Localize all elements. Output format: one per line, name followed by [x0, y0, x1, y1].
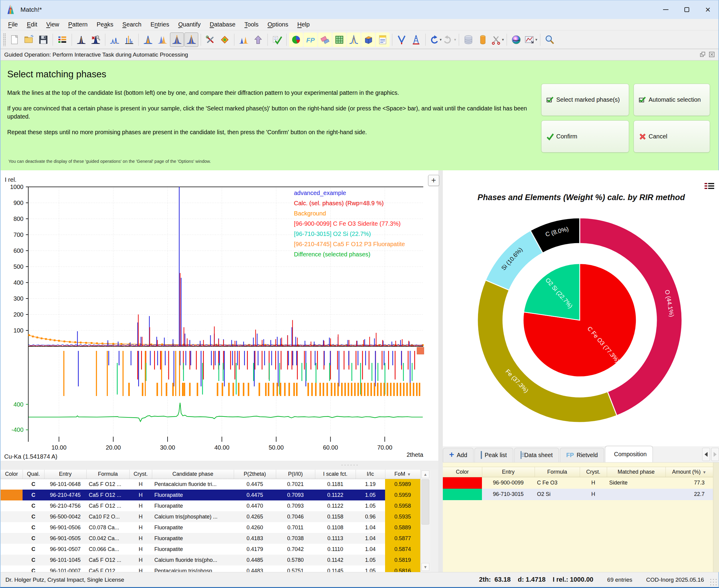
profile-fit-icon[interactable]	[347, 33, 361, 47]
phase-column-header-formula[interactable]: Formula	[534, 467, 580, 477]
automatic-selection-button[interactable]: Automatic selection	[634, 84, 710, 116]
menu-tools[interactable]: Tools	[240, 20, 263, 29]
tab-scroll-right-icon[interactable]	[711, 448, 719, 461]
column-header-p-i-i0-[interactable]: P(I/I0)	[276, 470, 315, 479]
menu-edit[interactable]: Edit	[22, 20, 42, 29]
candidate-row[interactable]: C96-210-4756Ca5 F O12 ...HFluorapatite0.…	[1, 500, 420, 511]
menu-view[interactable]: View	[42, 20, 64, 29]
search-match-icon[interactable]	[218, 33, 232, 47]
close-button[interactable]: ×	[697, 0, 718, 19]
column-header-qual-[interactable]: Qual.	[23, 470, 44, 479]
candidate-row[interactable]: C96-500-0042Ca10 F2 O...HCalcium tris(ph…	[1, 511, 420, 522]
peak-bars-icon[interactable]	[122, 33, 136, 47]
new-file-icon[interactable]	[7, 33, 21, 47]
quantify-pie-icon[interactable]	[289, 33, 303, 47]
column-header-fom[interactable]: FoM▼	[385, 470, 420, 479]
fp-rietveld-icon[interactable]: FP	[303, 33, 317, 47]
menu-search[interactable]: Search	[118, 20, 146, 29]
scroll-down-icon[interactable]: ▼	[421, 563, 429, 571]
phase-column-header-amount-[interactable]: Amount (%)▼	[665, 467, 713, 477]
candidate-row[interactable]: C96-101-1045Ca5 F O12 ...HCalcium fluori…	[1, 554, 420, 565]
tab-data-sheet[interactable]: Data sheet	[514, 448, 559, 462]
eraser-icon[interactable]	[318, 33, 332, 47]
search-match-options-icon[interactable]	[203, 33, 217, 47]
tab-peak-list[interactable]: Peak list	[474, 448, 513, 462]
selected-phase-row[interactable]: 96-710-3015O2 SiH22.7	[443, 489, 713, 500]
peak-search-icon[interactable]	[74, 33, 88, 47]
menu-help[interactable]: Help	[293, 20, 314, 29]
candidate-row[interactable]: C96-901-0505C0.042 Ca...HFluorapatite0.4…	[1, 533, 420, 544]
import-db-icon[interactable]	[476, 33, 490, 47]
candidate-row[interactable]: C96-101-0007Ca5 F O12 ...HPentacalcium t…	[1, 565, 420, 572]
compare-pattern2-icon[interactable]	[185, 33, 198, 47]
undo-icon[interactable]: ▾	[428, 33, 442, 47]
candidate-row[interactable]: C96-901-0506C0.078 Ca...HFluorapatite0.4…	[1, 522, 420, 533]
phase-scrollbar[interactable]	[713, 463, 719, 572]
unit-cell-icon[interactable]	[333, 33, 346, 47]
phase-column-header-entry[interactable]: Entry	[482, 467, 534, 477]
report-icon[interactable]	[376, 33, 389, 47]
graphics-options-icon[interactable]: ▾	[524, 33, 537, 47]
column-header-formula[interactable]: Formula	[86, 470, 129, 479]
column-header-i-scale-fct-[interactable]: I scale fct.	[315, 470, 356, 479]
selected-phase-row[interactable]: 96-900-0099C Fe O3HSiderite77.3	[443, 477, 713, 489]
db-tools-icon[interactable]: ▾	[490, 33, 504, 47]
tab-add[interactable]: +Add	[443, 448, 473, 462]
peak-profile-icon[interactable]	[141, 33, 155, 47]
float-panel-icon[interactable]	[699, 51, 706, 58]
candidate-scrollbar[interactable]: ▲ ▼	[420, 470, 430, 572]
vertical-splitter[interactable]	[438, 170, 443, 572]
maximize-button[interactable]	[676, 0, 697, 19]
column-header-color[interactable]: Color	[1, 470, 23, 479]
minimize-button[interactable]	[655, 0, 676, 19]
menu-pattern[interactable]: Pattern	[64, 20, 92, 29]
crystal-box-icon[interactable]	[361, 33, 375, 47]
color-sphere-icon[interactable]	[509, 33, 523, 47]
menu-entries[interactable]: Entries	[146, 20, 174, 29]
open-file-icon[interactable]	[22, 33, 36, 47]
menu-options[interactable]: Options	[263, 20, 293, 29]
phase-column-header-color[interactable]: Color	[443, 467, 482, 477]
tab-composition[interactable]: Composition	[605, 446, 653, 462]
column-header-p-2theta-[interactable]: P(2theta)	[234, 470, 276, 479]
column-header-candidate-phase[interactable]: Candidate phase	[152, 470, 234, 479]
phase-column-header-cryst-[interactable]: Cryst.	[580, 467, 607, 477]
entry-list-icon[interactable]	[55, 33, 69, 47]
menu-file[interactable]: File	[4, 20, 22, 29]
peak-group-icon[interactable]	[237, 33, 251, 47]
candidate-row[interactable]: C96-210-4745Ca5 F O12 ...HFluorapatite0.…	[1, 489, 420, 500]
rietveld-tower-icon[interactable]	[409, 33, 423, 47]
zoom-in-button[interactable]: +	[428, 175, 439, 186]
zoom-search-icon[interactable]	[543, 33, 556, 47]
candidate-row[interactable]: C96-901-0507C0.066 Ca...HFluorapatite0.4…	[1, 544, 420, 554]
menu-quantify[interactable]: Quantify	[174, 20, 205, 29]
menu-database[interactable]: Database	[205, 20, 240, 29]
resize-grip[interactable]	[710, 578, 717, 586]
peak-search-options-icon[interactable]	[89, 33, 103, 47]
promote-arrow-icon[interactable]	[251, 33, 265, 47]
save-icon[interactable]	[36, 33, 50, 47]
confirm-button[interactable]: Confirm	[541, 120, 629, 152]
toolbar-grip[interactable]	[3, 33, 6, 46]
scrollbar-thumb[interactable]	[421, 479, 429, 525]
funnel-icon[interactable]	[395, 33, 408, 47]
candidate-row[interactable]: C96-101-0648Ca5 F O12 ...HPentacalcium f…	[1, 479, 420, 489]
tab-scroll-left-icon[interactable]	[702, 448, 710, 461]
column-header-entry[interactable]: Entry	[44, 470, 86, 479]
redo-icon[interactable]: ▾	[443, 33, 457, 47]
select-marked-phases-button[interactable]: Select marked phase(s)	[541, 84, 629, 116]
cancel-button[interactable]: Cancel	[634, 120, 710, 152]
phase-column-header-matched-phase[interactable]: Matched phase	[607, 467, 665, 477]
compare-pattern-icon[interactable]	[170, 33, 184, 47]
scroll-up-icon[interactable]: ▲	[421, 470, 429, 478]
column-header-i-ic[interactable]: I/Ic	[356, 470, 385, 479]
horizontal-splitter[interactable]	[1, 461, 438, 470]
column-header-cryst-[interactable]: Cryst.	[129, 470, 152, 479]
tab-rietveld[interactable]: FPRietveld	[560, 448, 604, 462]
menu-peaks[interactable]: Peaks	[92, 20, 118, 29]
database-icon[interactable]	[462, 33, 475, 47]
close-panel-icon[interactable]	[708, 51, 715, 58]
peak-overlay-icon[interactable]	[155, 33, 169, 47]
raw-data-icon[interactable]	[108, 33, 122, 47]
diffraction-pattern-chart[interactable]: I rel.100200300400500600700800900100010.…	[1, 170, 438, 461]
